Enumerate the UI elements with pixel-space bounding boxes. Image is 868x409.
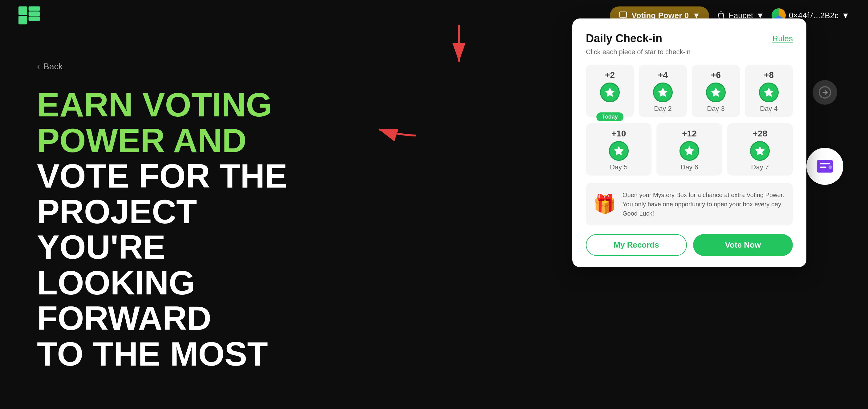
- day-3-star: [706, 83, 726, 102]
- today-badge: Today: [596, 113, 623, 121]
- svg-rect-0: [19, 6, 27, 15]
- day-2-points: +4: [658, 70, 668, 80]
- day-5-label: Day 5: [610, 163, 627, 171]
- day-6-points: +12: [682, 129, 697, 138]
- days-grid-row2: +10 Day 5 +12 Day 6 +28: [586, 123, 793, 176]
- days-grid-row1: +2 Today +4 Day 2 +6: [586, 65, 793, 117]
- star-svg-5: [613, 145, 625, 157]
- star-svg-3: [710, 87, 722, 98]
- hero-heading: EARN VOTING POWER AND VOTE FOR THE PROJE…: [37, 87, 314, 371]
- day-3-points: +6: [711, 70, 721, 80]
- day-6-star: [680, 141, 699, 161]
- day-card-4[interactable]: +8 Day 4: [745, 65, 793, 117]
- day-5-points: +10: [612, 129, 626, 138]
- day-1-star: [600, 83, 620, 102]
- hero-line-1: EARN VOTING: [37, 87, 314, 123]
- day-7-label: Day 7: [751, 163, 769, 171]
- float-element-2: [806, 148, 843, 185]
- gift-icon: 🎁: [593, 195, 616, 214]
- back-arrow-icon: ‹: [37, 62, 40, 71]
- day-5-star: [609, 141, 629, 161]
- svg-rect-2: [29, 6, 40, 11]
- day-7-star: [750, 141, 770, 161]
- day-6-label: Day 6: [680, 163, 698, 171]
- hero-line-5: LOOKING FORWARD: [37, 265, 314, 336]
- my-records-button[interactable]: My Records: [586, 234, 687, 256]
- hero-line-2: POWER AND: [37, 123, 314, 158]
- hero-line-6: TO THE MOST: [37, 336, 314, 372]
- logo: [19, 6, 40, 25]
- day-3-label: Day 3: [707, 105, 724, 113]
- star-svg-1: [604, 87, 616, 98]
- day-4-points: +8: [764, 70, 774, 80]
- checkin-card: Daily Check-in Rules Click each piece of…: [572, 19, 806, 267]
- day-card-6[interactable]: +12 Day 6: [656, 123, 722, 176]
- checkin-subtitle: Click each piece of star to check-in: [586, 48, 793, 56]
- checkin-title: Daily Check-in: [586, 32, 662, 45]
- star-svg-6: [683, 145, 695, 157]
- day-4-label: Day 4: [760, 105, 777, 113]
- day-card-3[interactable]: +6 Day 3: [692, 65, 740, 117]
- svg-rect-1: [19, 16, 27, 24]
- float-element-1: [812, 80, 837, 105]
- checkin-header: Daily Check-in Rules: [586, 32, 793, 45]
- wallet-chevron-icon: ▼: [841, 11, 849, 20]
- svg-point-10: [829, 165, 832, 169]
- day-1-points: +2: [605, 70, 615, 80]
- rules-link[interactable]: Rules: [773, 34, 793, 43]
- card-buttons: My Records Vote Now: [586, 234, 793, 256]
- day-7-points: +28: [753, 129, 768, 138]
- day-2-label: Day 2: [654, 105, 672, 113]
- back-label: Back: [43, 62, 63, 71]
- mystery-box[interactable]: 🎁 Open your Mystery Box for a chance at …: [586, 183, 793, 225]
- day-2-star: [653, 83, 673, 102]
- day-card-7[interactable]: +28 Day 7: [727, 123, 793, 176]
- svg-rect-3: [29, 11, 40, 16]
- day-card-5[interactable]: +10 Day 5: [586, 123, 651, 176]
- star-svg-2: [657, 87, 669, 98]
- vote-now-button[interactable]: Vote Now: [693, 234, 793, 256]
- hero-line-3: VOTE FOR THE: [37, 158, 314, 194]
- star-svg-7: [754, 145, 766, 157]
- day-4-star: [759, 83, 779, 102]
- day-card-2[interactable]: +4 Day 2: [639, 65, 687, 117]
- hero-line-4: PROJECT YOU'RE: [37, 194, 314, 265]
- mystery-box-text: Open your Mystery Box for a chance at ex…: [622, 190, 785, 218]
- logo-icon: [19, 6, 40, 25]
- svg-rect-4: [29, 17, 40, 21]
- star-svg-4: [763, 87, 775, 98]
- svg-rect-5: [620, 12, 627, 18]
- day-card-1[interactable]: +2 Today: [586, 65, 634, 117]
